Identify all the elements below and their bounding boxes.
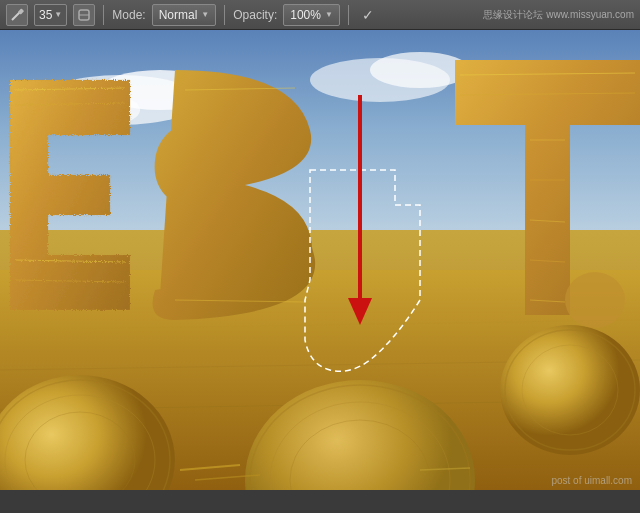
secondary-tool-icon[interactable] [73,4,95,26]
separator-3 [348,5,349,25]
brush-tool-icon[interactable] [6,4,28,26]
pressure-icon[interactable]: ✓ [357,4,379,26]
opacity-arrow: ▼ [325,10,333,19]
bottom-strip [0,490,640,513]
opacity-label: Opacity: [233,8,277,22]
brush-size-arrow: ▼ [54,10,62,19]
brush-size-value: 35 [39,8,52,22]
separator-2 [224,5,225,25]
bottom-watermark: post of uimall.com [551,475,632,486]
svg-point-39 [565,272,625,328]
canvas-area: .selection-dash { fill: none; stroke: wh… [0,30,640,513]
opacity-box[interactable]: 100% ▼ [283,4,340,26]
main-image: .selection-dash { fill: none; stroke: wh… [0,30,640,490]
mode-dropdown[interactable]: Normal ▼ [152,4,217,26]
mode-value: Normal [159,8,198,22]
mode-label: Mode: [112,8,145,22]
watermark-text: 思缘设计论坛 www.missyuan.com [483,8,634,22]
brush-size-box[interactable]: 35 ▼ [34,4,67,26]
opacity-value: 100% [290,8,321,22]
svg-line-0 [12,12,20,20]
scene-svg: .selection-dash { fill: none; stroke: wh… [0,30,640,490]
toolbar: 35 ▼ Mode: Normal ▼ Opacity: 100% ▼ ✓ 思缘… [0,0,640,30]
separator-1 [103,5,104,25]
mode-dropdown-arrow: ▼ [201,10,209,19]
